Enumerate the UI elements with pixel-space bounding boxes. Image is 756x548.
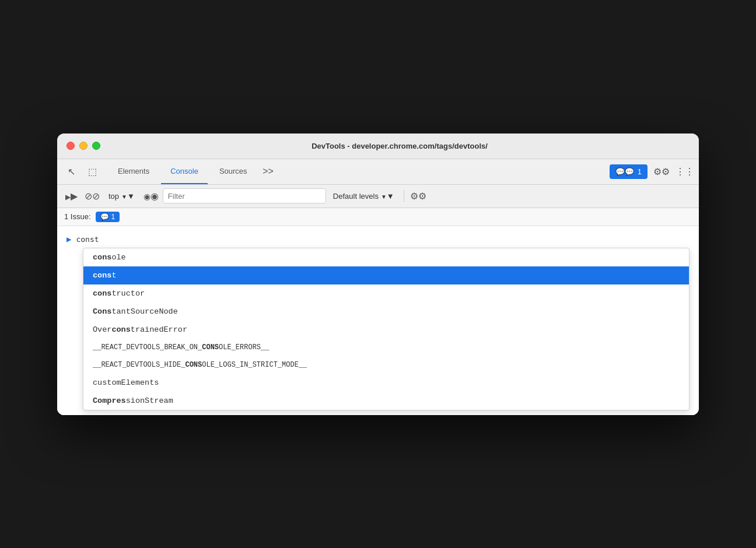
chevron-down-icon: ▼ <box>121 192 135 201</box>
autocomplete-item-overconstrainederror[interactable]: OverconstrainedError <box>83 321 689 339</box>
autocomplete-dropdown: console const constructor ConstantSource… <box>83 248 690 410</box>
tab-bar-right: 💬 1 ⚙ ⋮ <box>610 162 694 181</box>
traffic-lights <box>66 142 100 150</box>
match-prefix: cons <box>93 271 111 280</box>
autocomplete-item-const[interactable]: const <box>83 266 689 284</box>
issues-label: 1 Issue: <box>64 212 91 221</box>
match-rest: OLE_ERRORS__ <box>219 343 269 352</box>
cursor-icon[interactable]: ↖ <box>62 162 80 181</box>
match-rest: t <box>111 271 116 280</box>
more-options-button[interactable]: ⋮ <box>676 162 694 181</box>
eye-icon: ◉ <box>144 191 159 202</box>
console-settings-button[interactable]: ⚙ <box>409 187 428 205</box>
maximize-button[interactable] <box>92 142 100 150</box>
title-bar: DevTools - developer.chrome.com/tags/dev… <box>57 134 699 159</box>
tab-sources[interactable]: Sources <box>210 159 257 184</box>
frame-selector[interactable]: top ▼ <box>104 189 139 203</box>
console-expand-arrow[interactable]: ▶ <box>66 234 71 244</box>
inspect-icon[interactable]: ⬚ <box>83 162 102 181</box>
play-icon: ▶ <box>65 191 78 202</box>
tab-elements[interactable]: Elements <box>108 159 159 184</box>
match-rest: ole <box>111 253 125 262</box>
chat-icon: 💬 <box>615 167 634 176</box>
toolbar-divider <box>404 190 404 202</box>
match-prefix: CONS <box>202 343 219 352</box>
match-rest: tructor <box>111 289 145 298</box>
tab-console[interactable]: Console <box>161 159 208 184</box>
autocomplete-item-compressionstream[interactable]: CompressionStream <box>83 392 689 410</box>
gear-icon: ⚙ <box>410 191 426 202</box>
match-before: Over <box>93 325 111 334</box>
match-prefix: cons <box>93 289 111 298</box>
issues-badge[interactable]: 💬 1 <box>96 212 120 222</box>
issues-button[interactable]: 💬 1 <box>610 164 648 179</box>
minimize-button[interactable] <box>79 142 88 150</box>
tab-bar: ↖ ⬚ Elements Console Sources >> 💬 <box>57 159 699 185</box>
console-toolbar: ▶ ⊘ top ▼ ◉ Default levels ▼ ⚙ <box>57 185 699 208</box>
log-levels-selector[interactable]: Default levels ▼ <box>328 189 399 203</box>
gear-icon: ⚙ <box>653 166 670 177</box>
settings-button[interactable]: ⚙ <box>652 162 671 181</box>
issues-bar: 1 Issue: 💬 1 <box>57 208 699 226</box>
autocomplete-item-console[interactable]: console <box>83 248 689 266</box>
match-text: customElements <box>93 378 159 387</box>
more-tabs-button[interactable]: >> <box>259 162 278 181</box>
tab-bar-left-icons: ↖ ⬚ <box>62 162 102 181</box>
match-before: __REACT_DEVTOOLS_BREAK_ON_ <box>93 343 202 352</box>
console-input-text[interactable]: const <box>76 235 99 244</box>
autocomplete-item-constantsourcenode[interactable]: ConstantSourceNode <box>83 303 689 321</box>
eye-button[interactable]: ◉ <box>142 187 160 205</box>
console-content: ▶ const console const constructor <box>57 226 699 415</box>
chat-icon: 💬 <box>100 213 109 221</box>
autocomplete-item-constructor[interactable]: constructor <box>83 284 689 303</box>
autocomplete-item-react-break[interactable]: __REACT_DEVTOOLS_BREAK_ON_CONSOLE_ERRORS… <box>83 339 689 356</box>
window-title: DevTools - developer.chrome.com/tags/dev… <box>110 142 690 150</box>
play-button[interactable]: ▶ <box>62 187 80 205</box>
close-button[interactable] <box>66 142 75 150</box>
match-rest: trainedError <box>131 325 187 334</box>
match-prefix: Cons <box>93 307 111 316</box>
chevron-down-icon: ▼ <box>381 192 394 201</box>
match-rest: OLE_LOGS_IN_STRICT_MODE__ <box>202 361 307 369</box>
clear-button[interactable]: ⊘ <box>83 187 102 205</box>
devtools-body: ↖ ⬚ Elements Console Sources >> 💬 <box>57 159 699 415</box>
match-before: __REACT_DEVTOOLS_HIDE_ <box>93 361 185 369</box>
more-icon: ⋮ <box>676 166 694 177</box>
match-rest: sionStream <box>126 396 173 405</box>
autocomplete-item-customelements[interactable]: customElements <box>83 374 689 392</box>
autocomplete-item-react-hide[interactable]: __REACT_DEVTOOLS_HIDE_CONSOLE_LOGS_IN_ST… <box>83 356 689 374</box>
match-prefix: cons <box>93 253 111 262</box>
match-prefix: cons <box>111 325 130 334</box>
filter-input[interactable] <box>163 188 326 203</box>
match-prefix: CONS <box>185 361 202 369</box>
console-input-line: ▶ const <box>66 231 690 248</box>
ban-icon: ⊘ <box>85 191 100 202</box>
match-prefix: Compres <box>93 396 126 405</box>
match-rest: tantSourceNode <box>111 307 177 316</box>
devtools-window: DevTools - developer.chrome.com/tags/dev… <box>57 134 699 415</box>
